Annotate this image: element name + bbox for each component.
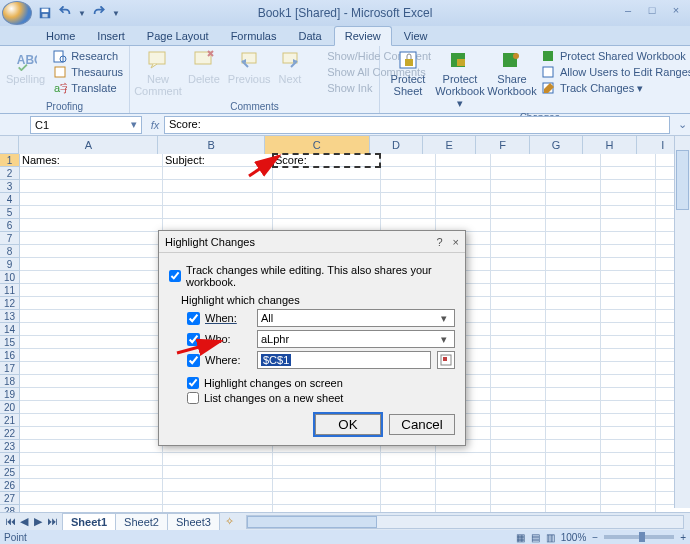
cell-F4[interactable] — [491, 193, 546, 206]
sheet-nav-prev-icon[interactable]: ◀ — [18, 515, 30, 528]
row-header-20[interactable]: 20 — [0, 401, 20, 414]
cell-H11[interactable] — [601, 284, 656, 297]
protect-shared-button[interactable]: Protect Shared Workbook — [542, 49, 690, 63]
cell-F19[interactable] — [491, 388, 546, 401]
sheet-nav-next-icon[interactable]: ▶ — [32, 515, 44, 528]
cell-A19[interactable] — [20, 388, 163, 401]
cell-H4[interactable] — [601, 193, 656, 206]
tab-formulas[interactable]: Formulas — [221, 27, 287, 45]
cell-C27[interactable] — [273, 492, 381, 505]
when-checkbox[interactable]: When: — [187, 312, 251, 325]
cell-H5[interactable] — [601, 206, 656, 219]
cell-G9[interactable] — [546, 258, 601, 271]
cell-F22[interactable] — [491, 427, 546, 440]
cell-G14[interactable] — [546, 323, 601, 336]
cell-H6[interactable] — [601, 219, 656, 232]
cell-B26[interactable] — [163, 479, 273, 492]
next-comment-button[interactable]: Next — [279, 49, 302, 85]
view-pagebreak-icon[interactable]: ▥ — [546, 532, 555, 543]
cell-C1[interactable]: Score: — [273, 154, 381, 167]
cell-A7[interactable] — [20, 232, 163, 245]
cell-F13[interactable] — [491, 310, 546, 323]
tab-insert[interactable]: Insert — [87, 27, 135, 45]
name-box-dropdown-icon[interactable]: ▾ — [131, 118, 137, 131]
cell-A1[interactable]: Names: — [20, 154, 163, 167]
cell-A24[interactable] — [20, 453, 163, 466]
col-header-A[interactable]: A — [19, 136, 158, 154]
row-header-9[interactable]: 9 — [0, 258, 20, 271]
select-all-corner[interactable] — [0, 136, 19, 154]
formula-input[interactable]: Score: — [164, 116, 670, 134]
cell-H16[interactable] — [601, 349, 656, 362]
col-header-F[interactable]: F — [476, 136, 529, 154]
fx-button[interactable]: fx — [146, 119, 164, 131]
cell-H19[interactable] — [601, 388, 656, 401]
cell-G6[interactable] — [546, 219, 601, 232]
cell-G17[interactable] — [546, 362, 601, 375]
cell-C25[interactable] — [273, 466, 381, 479]
cell-G20[interactable] — [546, 401, 601, 414]
cell-G7[interactable] — [546, 232, 601, 245]
cell-G12[interactable] — [546, 297, 601, 310]
cell-F15[interactable] — [491, 336, 546, 349]
view-normal-icon[interactable]: ▦ — [516, 532, 525, 543]
list-on-sheet-checkbox[interactable]: List changes on a new sheet — [187, 392, 455, 404]
row-header-12[interactable]: 12 — [0, 297, 20, 310]
dialog-close-button[interactable]: × — [453, 236, 459, 248]
row-header-3[interactable]: 3 — [0, 180, 20, 193]
cell-H23[interactable] — [601, 440, 656, 453]
zoom-slider[interactable] — [604, 535, 674, 539]
cell-C5[interactable] — [273, 206, 381, 219]
row-header-10[interactable]: 10 — [0, 271, 20, 284]
cell-A10[interactable] — [20, 271, 163, 284]
cell-H14[interactable] — [601, 323, 656, 336]
cell-A26[interactable] — [20, 479, 163, 492]
vertical-scrollbar[interactable] — [674, 136, 690, 508]
cell-H10[interactable] — [601, 271, 656, 284]
row-header-16[interactable]: 16 — [0, 349, 20, 362]
insert-sheet-icon[interactable]: ✧ — [225, 515, 234, 528]
cell-H7[interactable] — [601, 232, 656, 245]
cell-C3[interactable] — [273, 180, 381, 193]
cell-F6[interactable] — [491, 219, 546, 232]
cell-G24[interactable] — [546, 453, 601, 466]
cell-F17[interactable] — [491, 362, 546, 375]
cell-G10[interactable] — [546, 271, 601, 284]
cell-G11[interactable] — [546, 284, 601, 297]
share-workbook-button[interactable]: Share Workbook — [490, 49, 534, 97]
cell-B27[interactable] — [163, 492, 273, 505]
cell-H21[interactable] — [601, 414, 656, 427]
cell-E1[interactable] — [436, 154, 491, 167]
row-header-25[interactable]: 25 — [0, 466, 20, 479]
allow-users-button[interactable]: Allow Users to Edit Ranges — [542, 65, 690, 79]
cell-A3[interactable] — [20, 180, 163, 193]
cell-E25[interactable] — [436, 466, 491, 479]
previous-comment-button[interactable]: Previous — [228, 49, 271, 85]
cell-G19[interactable] — [546, 388, 601, 401]
zoom-in-icon[interactable]: + — [680, 532, 686, 543]
row-header-18[interactable]: 18 — [0, 375, 20, 388]
cell-A17[interactable] — [20, 362, 163, 375]
cell-H1[interactable] — [601, 154, 656, 167]
cell-H8[interactable] — [601, 245, 656, 258]
track-changes-checkbox[interactable]: Track changes while editing. This also s… — [169, 264, 455, 288]
cell-G2[interactable] — [546, 167, 601, 180]
cell-G8[interactable] — [546, 245, 601, 258]
translate-button[interactable]: a字Translate — [53, 81, 123, 95]
row-header-22[interactable]: 22 — [0, 427, 20, 440]
name-box[interactable]: C1 ▾ — [30, 116, 142, 134]
cell-E4[interactable] — [436, 193, 491, 206]
cell-F20[interactable] — [491, 401, 546, 414]
col-header-G[interactable]: G — [530, 136, 583, 154]
cell-F24[interactable] — [491, 453, 546, 466]
cell-C4[interactable] — [273, 193, 381, 206]
tab-page-layout[interactable]: Page Layout — [137, 27, 219, 45]
cell-H27[interactable] — [601, 492, 656, 505]
cell-G22[interactable] — [546, 427, 601, 440]
cell-H15[interactable] — [601, 336, 656, 349]
cell-A18[interactable] — [20, 375, 163, 388]
cell-A22[interactable] — [20, 427, 163, 440]
cell-B5[interactable] — [163, 206, 273, 219]
tab-home[interactable]: Home — [36, 27, 85, 45]
zoom-out-icon[interactable]: − — [592, 532, 598, 543]
